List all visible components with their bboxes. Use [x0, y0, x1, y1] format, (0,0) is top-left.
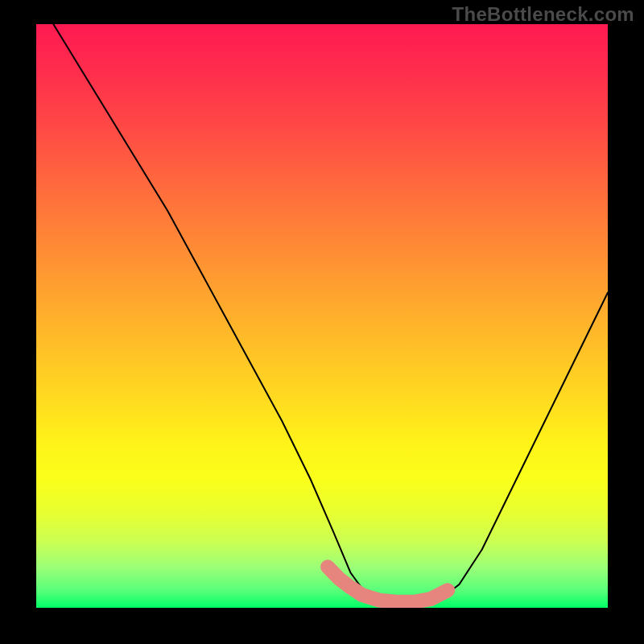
- bottleneck-curve: [53, 24, 608, 602]
- curve-svg: [36, 24, 608, 608]
- minimum-highlight-band: [328, 567, 448, 602]
- chart-container: TheBottleneck.com: [0, 0, 644, 644]
- plot-area: [36, 24, 608, 608]
- watermark-text: TheBottleneck.com: [452, 3, 634, 26]
